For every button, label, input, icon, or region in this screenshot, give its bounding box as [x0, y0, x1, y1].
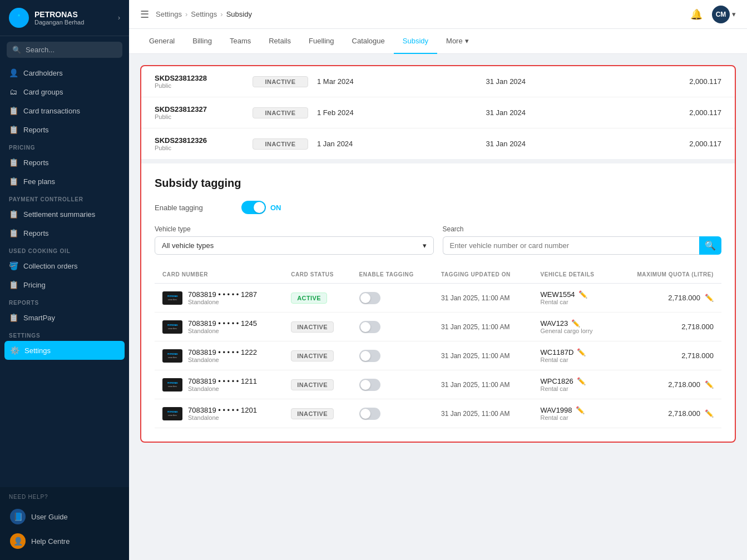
tab-billing[interactable]: Billing: [184, 29, 221, 54]
vehicle-type-select[interactable]: All vehicle types ▾: [155, 236, 434, 255]
search-btn-icon: 🔍: [705, 240, 716, 251]
subsidy-id: SKDS23812328: [155, 74, 244, 82]
row-tagging-toggle[interactable]: [359, 379, 380, 391]
avatar-dropdown[interactable]: CM ▾: [712, 6, 736, 23]
subsidy-id: SKDS23812327: [155, 105, 244, 113]
sidebar-item-cardholders[interactable]: 👤 Cardholders: [0, 63, 129, 82]
row-tagging-toggle[interactable]: [359, 292, 380, 304]
sidebar-item-reports-payment[interactable]: 📋 Reports: [0, 224, 129, 242]
search-icon: 🔍: [12, 46, 21, 54]
vehicle-plate: WPC1826: [540, 377, 573, 385]
vehicle-edit-icon[interactable]: ✏️: [571, 319, 580, 328]
content-area: SKDS23812328 Public INACTIVE 1 Mar 2024 …: [129, 54, 747, 560]
card-status-badge: INACTIVE: [291, 408, 334, 419]
card-transactions-icon: 📋: [9, 106, 18, 115]
logo-icon: [9, 8, 29, 28]
filter-row: Vehicle type All vehicle types ▾ Search …: [155, 225, 721, 255]
enable-tagging-toggle[interactable]: [241, 201, 266, 214]
card-cell-0: PETRONAS smartbev 7083819 • • • • • 1287…: [155, 284, 283, 313]
updated-date: 31 Jan 2025, 11:00 AM: [433, 284, 533, 313]
card-type: Standalone: [188, 356, 257, 363]
vehicle-edit-icon[interactable]: ✏️: [577, 377, 586, 385]
amount: 2,000.117: [655, 77, 721, 86]
sidebar-item-card-transactions[interactable]: 📋 Card transactions: [0, 101, 129, 120]
search-input[interactable]: [443, 236, 700, 255]
status-badge: INACTIVE: [253, 107, 308, 118]
table-row: SKDS23812327 Public INACTIVE 1 Feb 2024 …: [141, 97, 735, 128]
card-type: Standalone: [188, 328, 257, 334]
quota-edit-icon[interactable]: ✏️: [705, 380, 714, 389]
end-date: 31 Jan 2024: [486, 140, 646, 148]
start-date: 1 Feb 2024: [317, 108, 477, 117]
sidebar-item-reports-pricing[interactable]: 📋 Reports: [0, 153, 129, 172]
sidebar-item-settlement[interactable]: 📋 Settlement summaries: [0, 205, 129, 224]
sidebar-item-settings[interactable]: ⚙️ Settings: [4, 341, 125, 360]
settings-icon: ⚙️: [10, 346, 19, 355]
avatar-chevron-icon: ▾: [732, 10, 736, 18]
row-tagging-toggle[interactable]: [359, 321, 380, 333]
quota-edit-icon[interactable]: ✏️: [705, 409, 714, 418]
tab-subsidy[interactable]: Subsidy: [394, 29, 437, 54]
updated-date: 31 Jan 2025, 11:00 AM: [433, 341, 533, 370]
subsidy-sub: Public: [155, 82, 244, 89]
subsidy-rows-list: SKDS23812328 Public INACTIVE 1 Mar 2024 …: [141, 66, 735, 159]
row-tagging-toggle[interactable]: [359, 408, 380, 420]
subsidy-sub: Public: [155, 145, 244, 151]
tab-catalogue[interactable]: Catalogue: [343, 29, 394, 54]
sidebar-bottom: NEED HELP? 📘 User Guide 👤 Help Centre: [0, 487, 129, 560]
card-type: Standalone: [188, 299, 257, 305]
sidebar-item-card-groups[interactable]: 🗂 Card groups: [0, 82, 129, 101]
card-thumbnail: PETRONAS smartbev: [162, 320, 182, 334]
tab-general[interactable]: General: [140, 29, 184, 54]
sidebar-logo[interactable]: PETRONAS Dagangan Berhad ›: [0, 0, 129, 36]
svg-point-1: [17, 16, 21, 19]
vehicle-edit-icon[interactable]: ✏️: [576, 406, 585, 414]
th-tagging-updated: TAGGING UPDATED ON: [433, 266, 533, 284]
sidebar-item-smartpay[interactable]: 📋 SmartPay: [0, 308, 129, 327]
reports-payment-icon: 📋: [9, 229, 18, 237]
breadcrumb-settings1[interactable]: Settings: [156, 10, 182, 18]
vehicle-type-label: Vehicle type: [155, 225, 434, 233]
vehicle-edit-icon[interactable]: ✏️: [578, 290, 587, 299]
card-status-badge: ACTIVE: [291, 293, 327, 304]
search-button[interactable]: 🔍: [699, 236, 721, 255]
sidebar-item-collection-orders[interactable]: 🪣 Collection orders: [0, 256, 129, 275]
sidebar-item-pricing-cooking[interactable]: 📋 Pricing: [0, 275, 129, 294]
toggle-knob: [254, 202, 265, 213]
vehicle-type: General cargo lorry: [540, 328, 592, 334]
updated-date: 31 Jan 2025, 11:00 AM: [433, 399, 533, 428]
help-centre-link[interactable]: 👤 Help Centre: [7, 529, 122, 553]
sidebar-item-fee-plans[interactable]: 📋 Fee plans: [0, 172, 129, 191]
help-centre-icon: 👤: [10, 533, 26, 549]
row-tagging-toggle[interactable]: [359, 350, 380, 362]
tagging-section: Subsidy tagging Enable tagging ON Vehicl…: [141, 163, 735, 442]
quota-edit-icon[interactable]: ✏️: [705, 294, 714, 302]
card-number: 7083819 • • • • • 1245: [188, 319, 257, 328]
tab-teams[interactable]: Teams: [221, 29, 260, 54]
sidebar-item-reports-cards[interactable]: 📋 Reports: [0, 120, 129, 139]
sidebar-expand-icon[interactable]: ›: [118, 14, 120, 22]
tab-retails[interactable]: Retails: [260, 29, 300, 54]
breadcrumb-settings2[interactable]: Settings: [191, 10, 217, 18]
notification-button[interactable]: 🔔: [687, 6, 705, 23]
th-card-status: CARD STATUS: [283, 266, 351, 284]
user-guide-link[interactable]: 📘 User Guide: [7, 504, 122, 529]
quota-value: 2,718.000: [681, 351, 714, 360]
quota-value: 2,718.000: [668, 294, 700, 302]
card-number: 7083819 • • • • • 1287: [188, 290, 257, 299]
table-row: SKDS23812328 Public INACTIVE 1 Mar 2024 …: [141, 66, 735, 97]
tab-more[interactable]: More ▾: [437, 29, 478, 54]
search-wrap: 🔍: [443, 236, 722, 255]
vehicle-plate: WAV123: [540, 319, 568, 328]
menu-icon[interactable]: ☰: [140, 8, 149, 21]
sidebar-search[interactable]: 🔍 Search...: [7, 42, 122, 58]
end-date: 31 Jan 2024: [486, 77, 646, 86]
breadcrumb-subsidy: Subsidy: [226, 10, 252, 18]
table-row: PETRONAS smartbev 7083819 • • • • • 1245…: [155, 313, 721, 341]
main-content: ☰ Settings › Settings › Subsidy 🔔 CM ▾ G…: [129, 0, 747, 560]
quota-value: 2,718.000: [668, 380, 700, 389]
tab-fuelling[interactable]: Fuelling: [300, 29, 343, 54]
card-number: 7083819 • • • • • 1201: [188, 406, 257, 414]
vehicle-edit-icon[interactable]: ✏️: [577, 348, 586, 356]
enable-tagging-label: Enable tagging: [155, 204, 232, 212]
